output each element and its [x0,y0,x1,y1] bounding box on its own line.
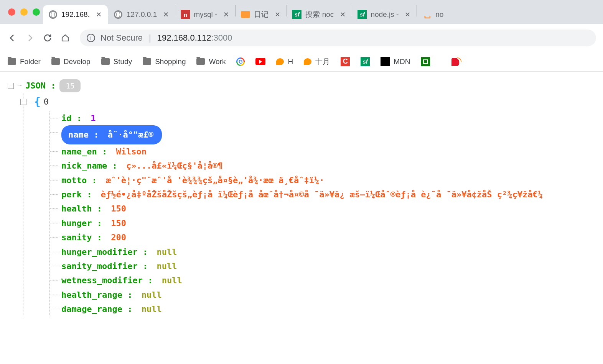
tab-title: mysql - [194,10,217,19]
folder-icon [101,58,110,65]
bookmark-item[interactable]: sf [361,57,370,66]
property-value: null [152,247,177,257]
tab-strip: 192.168.✕127.0.0.1✕nmysql - ✕日记✕sf搜索 noc… [0,0,603,24]
json-property-row[interactable]: name_en : Wilson [50,144,595,159]
property-value: 1 [86,113,96,123]
property-value: null [157,275,182,285]
colon: : [112,161,117,171]
json-property-row[interactable]: wetness_modifier : null [50,273,595,287]
bookmark-item[interactable] [255,58,265,65]
open-brace-icon: { [34,93,41,111]
bookmark-label: Work [209,57,226,66]
so-favicon-icon [422,10,432,19]
bookmark-item[interactable]: H [276,57,293,66]
property-key: health [61,204,97,213]
property-key: hunger [61,218,97,228]
back-button[interactable] [7,33,18,43]
c-icon: C [341,57,350,66]
tab-title: 搜索 noc [305,10,334,20]
json-property-row[interactable]: health_range : null [50,288,595,302]
bookmark-item[interactable]: MDN [381,57,410,66]
json-property-row[interactable]: damage_range : null [50,302,595,316]
colon: : [92,175,97,185]
json-property-row[interactable]: sanity : 200 [50,230,595,244]
json-property-row[interactable]: health : 150 [50,202,595,216]
bookmark-item[interactable]: Folder [8,57,41,66]
browser-tab[interactable]: 192.168.✕ [43,5,108,24]
close-tab-icon[interactable]: ✕ [96,10,102,19]
json-property-row[interactable]: id : 1 [50,111,595,125]
bookmark-item[interactable]: 十月 [304,57,330,67]
json-property-row[interactable]: hunger_modifier : null [50,245,595,259]
collapse-icon[interactable]: − [8,83,14,89]
json-property-row[interactable]: perk : èƒ½é•¿å‡ºåŽšåŽšçš„èƒ¡å ï¼Œèƒ¡å åœ… [50,187,595,202]
bookmark-item[interactable] [236,57,245,66]
colon: : [143,261,148,271]
bookmark-item[interactable]: Study [101,57,132,66]
property-value: 200 [106,233,126,242]
property-key: perk [61,190,87,199]
browser-tab[interactable]: no [417,5,450,24]
toolbar: i Not Secure | 192.168.0.112:3000 [0,24,603,52]
book-favicon-icon [241,10,250,19]
browser-chrome: 192.168.✕127.0.0.1✕nmysql - ✕日记✕sf搜索 noc… [0,0,603,72]
property-value: 150 [106,204,126,213]
bookmarks-bar: FolderDevelopStudyShoppingWorkH十月CsfMDN [0,52,603,72]
json-fields-list: id : 1name : å¨·å°"æ£®name_en : Wilsonni… [49,111,595,316]
folder-icon [196,58,205,65]
json-property-row[interactable]: motto : æˆ'è¦·ç"¨æˆ'å 'è¾¾¾çš„å¤§è„'å¾·æ… [50,173,595,187]
tab-title: node.js - [371,10,399,19]
site-info-icon[interactable]: i [87,34,95,42]
json-tree-level-1: − { 0 id : 1name : å¨·å°"æ£®name_en : Wi… [23,93,595,316]
colon: : [127,304,132,314]
property-key: health_range [61,290,127,300]
forward-button[interactable] [25,33,35,43]
bookmark-item[interactable]: Shopping [143,57,186,66]
minimize-window-button[interactable] [20,8,28,16]
bookmark-label: Shopping [155,57,186,66]
collapse-icon[interactable]: − [20,99,26,105]
browser-tab[interactable]: sf搜索 noc✕ [287,5,352,24]
window-controls [6,0,43,24]
json-viewer: − JSON : 15 − { 0 id : 1name : å¨·å°"æ£®… [0,72,603,323]
reload-button[interactable] [42,33,53,43]
colon: : [97,204,102,213]
bookmark-item[interactable]: Work [196,57,226,66]
json-property-row[interactable]: name : å¨·å°"æ£® [50,125,595,144]
folder-icon [8,58,16,65]
property-key: name [68,130,94,139]
close-tab-icon[interactable]: ✕ [275,10,280,19]
close-window-button[interactable] [8,8,15,16]
close-tab-icon[interactable]: ✕ [340,10,346,19]
root-label: JSON : [25,79,56,93]
property-key: sanity [61,233,97,242]
item-count-badge: 15 [59,79,81,92]
tab-title: 127.0.0.1 [127,10,157,19]
maximize-window-button[interactable] [33,8,40,16]
close-tab-icon[interactable]: ✕ [163,10,169,19]
browser-tab[interactable]: 日记✕ [236,5,287,24]
youtube-icon [255,58,265,65]
close-tab-icon[interactable]: ✕ [405,10,410,19]
browser-tab[interactable]: 127.0.0.1✕ [108,5,175,24]
address-bar[interactable]: i Not Secure | 192.168.0.112:3000 [80,30,596,46]
browser-tab[interactable]: nmysql - ✕ [175,5,235,24]
json-property-row[interactable]: hunger : 150 [50,216,595,230]
property-value: ç»...å£«ï¼Œç§'å¦å®¶ [121,161,223,171]
sf-favicon-icon: sf [292,10,302,19]
json-property-row[interactable]: sanity_modifier : null [50,259,595,273]
home-button[interactable] [60,33,71,43]
bookmark-item[interactable] [451,57,461,66]
json-property-row[interactable]: nick_name : ç»...å£«ï¼Œç§'å¦å®¶ [50,159,595,173]
bookmark-item[interactable] [421,57,430,66]
sf-favicon-icon: sf [358,10,367,19]
array-item-row[interactable]: − { 0 [23,93,595,111]
bookmark-item[interactable]: C [341,57,350,66]
bookmark-item[interactable]: Develop [51,57,91,66]
colon: : [97,218,102,228]
browser-tab[interactable]: sfnode.js -✕ [352,5,417,24]
property-key: hunger_modifier [61,247,143,257]
close-tab-icon[interactable]: ✕ [223,10,229,19]
json-root-row[interactable]: − JSON : 15 [8,79,595,93]
bookmark-label: Folder [20,57,41,66]
